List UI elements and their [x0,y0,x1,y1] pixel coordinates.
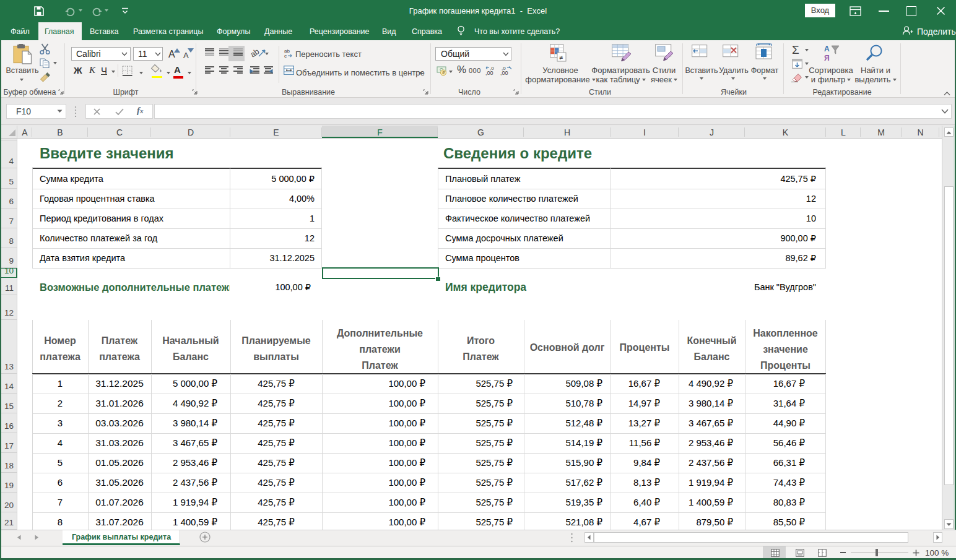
svg-text:≠: ≠ [559,54,563,61]
svg-text:c: c [284,53,287,58]
svg-text:,0: ,0 [502,66,506,71]
svg-text:Я: Я [824,54,830,62]
svg-text:А: А [824,45,830,53]
svg-text:₽: ₽ [442,71,445,75]
svg-text:,0: ,0 [490,66,494,71]
